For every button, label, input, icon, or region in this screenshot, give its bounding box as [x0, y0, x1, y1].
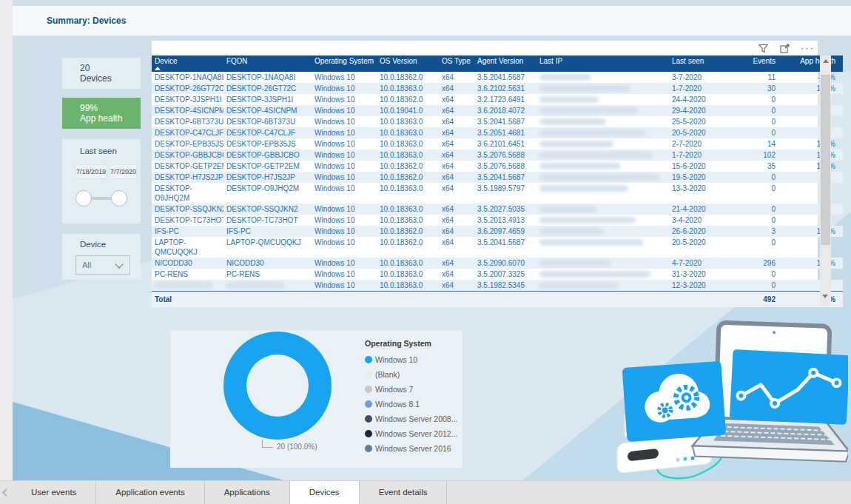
tab-application-events[interactable]: Application events [96, 481, 204, 504]
legend-label: (Blank) [375, 370, 400, 379]
legend-item[interactable]: Windows Server 2016 [365, 441, 457, 456]
cell-health [778, 94, 843, 105]
cell-osver: 10.0.18363.0 [377, 183, 439, 204]
table-row[interactable]: Windows 1010.0.18363.0x643.5.1982.534512… [152, 280, 843, 292]
legend-item[interactable]: Windows 7 [365, 382, 457, 397]
table-row[interactable]: LAPTOP-QMCUQQKJLAPTOP-QMCUQQKJWindows 10… [152, 237, 843, 258]
column-header-health[interactable]: App health [778, 56, 843, 72]
legend-item[interactable]: Windows Server 2012... [365, 426, 457, 441]
last-seen-end-date[interactable]: 7/7/2020 [110, 164, 137, 179]
legend-item[interactable]: Windows Server 2008... [365, 411, 457, 426]
cell-os: Windows 10 [312, 226, 377, 237]
date-range-slider[interactable] [75, 187, 127, 212]
table-row[interactable]: NICODD30NICODD30Windows 1010.0.18363.0x6… [152, 258, 843, 269]
column-header-ostype[interactable]: OS Type [439, 56, 474, 72]
tab-applications[interactable]: Applications [205, 481, 290, 504]
column-header-os[interactable]: Operating System [312, 56, 377, 72]
redacted-lastip [536, 215, 669, 226]
cell-events: 0 [730, 204, 778, 215]
cell-os: Windows 10 [312, 83, 377, 94]
legend-label: Windows 8.1 [375, 400, 420, 409]
scroll-down-icon[interactable] [822, 295, 828, 298]
legend-item[interactable]: (Blank) [365, 367, 457, 382]
focus-mode-icon[interactable] [779, 43, 790, 54]
cell-fqdn: PC-RENS [223, 269, 312, 280]
cell-agent: 3.5.2013.4913 [474, 215, 536, 226]
table-row[interactable]: DESKTOP-26GT72CDESKTOP-26GT72CWindows 10… [152, 83, 843, 94]
table-row[interactable]: DESKTOP-C47CLJFDESKTOP-C47CLJFWindows 10… [152, 127, 843, 138]
column-header-lastip[interactable]: Last IP [536, 56, 669, 72]
column-header-events[interactable]: Events [730, 56, 778, 72]
cell-events: 14 [730, 138, 778, 149]
table-row[interactable]: DESKTOP-GETP2EMDESKTOP-GETP2EMWindows 10… [152, 161, 843, 172]
column-header-device[interactable]: Device [152, 56, 223, 72]
cell-ostype: x64 [439, 258, 474, 269]
legend-item[interactable]: Windows 10 [365, 352, 457, 367]
table-row[interactable]: IFS-PCIFS-PCWindows 1010.0.18362.0x643.6… [152, 226, 843, 237]
cell-health [778, 280, 843, 292]
last-seen-start-date[interactable]: 7/18/2019 [75, 164, 107, 179]
cell-os: Windows 10 [312, 138, 377, 149]
donut-segment-windows10[interactable] [223, 332, 332, 440]
redacted-lastip [536, 161, 669, 172]
last-seen-label: Last seen [68, 147, 135, 155]
slider-handle-end[interactable] [111, 190, 127, 206]
cell-fqdn: DESKTOP-4SICNPM [223, 105, 312, 116]
cell-events: 30 [730, 83, 778, 94]
cell-agent: 3.5.2076.5688 [474, 161, 536, 172]
column-header-lastseen[interactable]: Last seen [669, 56, 730, 72]
device-dropdown[interactable]: All [75, 255, 130, 275]
legend-dot-icon [365, 400, 372, 408]
table-row[interactable]: DESKTOP-H7JS2JPDESKTOP-H7JS2JPWindows 10… [152, 172, 843, 183]
cell-health [778, 269, 843, 280]
page-nav-prev[interactable] [0, 481, 12, 504]
table-row[interactable]: DESKTOP-GBBJCBODESKTOP-GBBJCBOWindows 10… [152, 149, 843, 161]
table-row[interactable]: DESKTOP-4SICNPMDESKTOP-4SICNPMWindows 10… [152, 105, 843, 116]
filter-icon[interactable] [758, 43, 769, 54]
tab-user-events[interactable]: User events [12, 481, 96, 504]
app-health-card[interactable]: 99% App health [62, 98, 141, 129]
report-page: Summary: Devices 20 Devices 99% App heal… [0, 0, 851, 504]
table-row[interactable]: DESKTOP-6BT373UDESKTOP-6BT373UWindows 10… [152, 116, 843, 127]
legend-dot-icon [365, 430, 372, 437]
table-row[interactable]: DESKTOP-3JSPH1IDESKTOP-3JSPH1IWindows 10… [152, 94, 843, 105]
cell-health: -33% [778, 72, 843, 83]
scroll-up-icon[interactable] [823, 59, 829, 63]
legend-dot-icon [365, 356, 372, 363]
scrollbar-thumb[interactable] [821, 75, 830, 245]
cell-health [778, 127, 843, 138]
more-options-icon[interactable]: ··· [801, 44, 815, 52]
column-header-agent[interactable]: Agent Version [474, 56, 536, 72]
devices-count-card[interactable]: 20 Devices [62, 58, 141, 89]
table-row[interactable]: DESKTOP-TC73HOTDESKTOP-TC73HOTWindows 10… [152, 215, 843, 226]
cell-os: Windows 10 [312, 237, 377, 258]
legend-item[interactable]: Windows 8.1 [365, 397, 457, 411]
redacted-lastip [536, 183, 669, 204]
table-scrollbar[interactable] [820, 56, 831, 306]
cell-fqdn: DESKTOP-H7JS2JP [223, 172, 312, 183]
app-health-value: 99% [80, 103, 136, 113]
redacted-lastip [536, 280, 669, 292]
tab-devices[interactable]: Devices [290, 481, 360, 504]
table-row[interactable]: DESKTOP-EPB35JSDESKTOP-EPB35JSWindows 10… [152, 138, 843, 149]
cell-health: 100% [778, 258, 843, 269]
redacted-lastip [536, 83, 669, 94]
cell-agent: 3.5.2090.6070 [474, 258, 536, 269]
column-header-osver[interactable]: OS Version [377, 56, 439, 72]
legend-label: Windows 7 [375, 385, 413, 394]
table-row[interactable]: DESKTOP-SSQJKN2DESKTOP-SSQJKN2Windows 10… [152, 204, 843, 215]
tab-event-details[interactable]: Event details [360, 481, 448, 504]
cell-lastseen: 26-6-2020 [669, 226, 730, 237]
cell-osver: 10.0.18362.0 [377, 172, 439, 183]
cell-os: Windows 10 [312, 72, 377, 83]
cell-os: Windows 10 [312, 280, 377, 292]
table-row[interactable]: PC-RENSPC-RENSWindows 1010.0.18363.0x643… [152, 269, 843, 280]
redacted-lastip [536, 226, 669, 237]
cell-os: Windows 10 [312, 258, 377, 269]
table-row[interactable]: DESKTOP-1NAQA8IDESKTOP-1NAQA8IWindows 10… [152, 72, 843, 83]
column-header-fqdn[interactable]: FQDN [223, 56, 312, 72]
slider-handle-start[interactable] [75, 190, 92, 206]
table-row[interactable]: DESKTOP-O9JHQ2MDESKTOP-O9JHQ2MWindows 10… [152, 183, 843, 204]
report-tab-bar: User eventsApplication eventsApplication… [0, 480, 851, 504]
cell-osver: 10.0.18363.0 [377, 204, 439, 215]
